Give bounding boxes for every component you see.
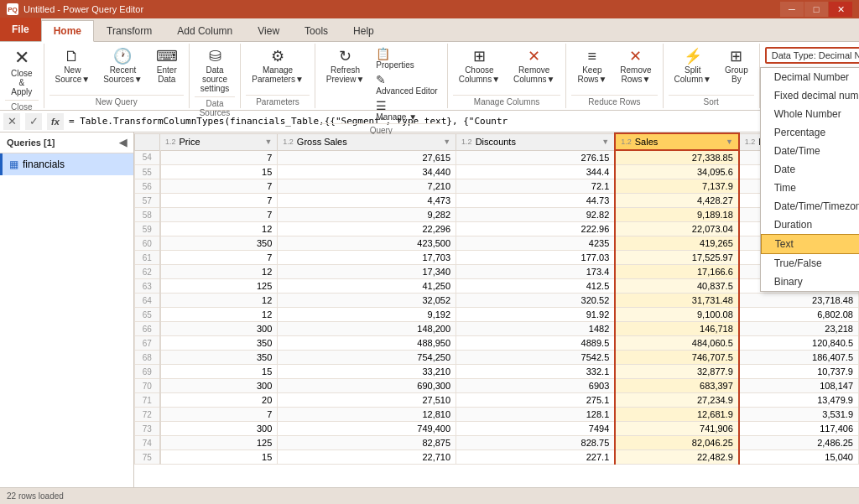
- split-column-button[interactable]: ⚡ SplitColumn▼: [669, 45, 717, 87]
- queries-collapse-button[interactable]: ◀: [119, 137, 127, 148]
- datatype-dropdown-button[interactable]: Data Type: Decimal Number ▼: [765, 47, 859, 64]
- recent-sources-button[interactable]: 🕐 RecentSources▼: [97, 45, 148, 87]
- cell-discounts: 828.75: [456, 436, 616, 450]
- table-row: 67 350 488,950 4889.5 484,060.5 120,840.…: [135, 336, 859, 351]
- row-number: 68: [135, 351, 160, 365]
- menu-item-percentage[interactable]: Percentage: [761, 123, 859, 142]
- menu-item-decimal[interactable]: Decimal Number: [761, 68, 859, 86]
- cell-price: 350: [160, 351, 278, 365]
- refresh-preview-button[interactable]: ↻ RefreshPreview▼: [320, 45, 370, 87]
- group-by-icon: ⊞: [730, 49, 742, 64]
- query-table-icon: ▦: [9, 158, 18, 170]
- cell-price: 300: [160, 322, 278, 336]
- menu-item-time[interactable]: Time: [761, 179, 859, 197]
- col-header-sales[interactable]: 1.2 Sales ▼: [615, 133, 739, 150]
- query-item-financials[interactable]: ▦ financials: [0, 153, 133, 175]
- ribbon-group-query: ↻ RefreshPreview▼ 📋Properties ✎Advanced …: [315, 44, 448, 108]
- cell-discounts: 222.96: [456, 222, 616, 236]
- query-item-label: financials: [23, 158, 65, 170]
- tab-add-column[interactable]: Add Column: [164, 20, 245, 42]
- tab-view[interactable]: View: [245, 20, 292, 42]
- tab-home[interactable]: Home: [41, 20, 94, 42]
- remove-columns-icon: ✕: [528, 49, 540, 64]
- data-grid: 1.2 Price ▼ 1.2 Gross Sales ▼: [134, 132, 859, 487]
- queries-count-label: Queries [1]: [7, 138, 55, 148]
- menu-item-duration[interactable]: Duration: [761, 216, 859, 234]
- table-row: 61 7 17,703 177.03 17,525.97 4,880.97: [135, 251, 859, 265]
- cell-price: 12: [160, 222, 278, 236]
- close-apply-label: Close &Apply: [11, 69, 33, 96]
- cell-price: 15: [160, 450, 278, 465]
- table-row: 64 12 32,052 320.52 31,731.48 23,718.48: [135, 294, 859, 308]
- manage-cols-items: ⊞ ChooseColumns▼ ✕ RemoveColumns▼: [453, 45, 561, 95]
- enter-data-button[interactable]: ⌨ EnterData: [150, 45, 184, 87]
- formula-input[interactable]: [69, 113, 856, 130]
- col-header-discounts[interactable]: 1.2 Discounts ▼: [456, 133, 616, 150]
- cell-gross-sales: 17,340: [278, 265, 456, 279]
- cell-gross-sales: 9,282: [278, 208, 456, 222]
- choose-columns-button[interactable]: ⊞ ChooseColumns▼: [453, 45, 506, 87]
- menu-item-fixed-decimal[interactable]: Fixed decimal number: [761, 86, 859, 105]
- row-number: 67: [135, 336, 160, 351]
- cell-profit: 108,147: [739, 379, 859, 393]
- maximize-btn[interactable]: □: [804, 2, 828, 17]
- remove-columns-button[interactable]: ✕ RemoveColumns▼: [508, 45, 560, 87]
- choose-columns-icon: ⊞: [473, 49, 486, 64]
- col-header-price[interactable]: 1.2 Price ▼: [160, 133, 278, 150]
- menu-item-datetimezone[interactable]: Date/Time/Timezone: [761, 197, 859, 216]
- manage-button[interactable]: ☰Manage ▼: [372, 97, 441, 123]
- menu-item-date[interactable]: Date: [761, 160, 859, 179]
- tab-file[interactable]: File: [0, 18, 41, 41]
- manage-parameters-button[interactable]: ⚙ ManageParameters▼: [246, 45, 310, 87]
- cell-discounts: 227.1: [456, 450, 616, 465]
- close-btn[interactable]: ✕: [829, 2, 852, 17]
- menu-item-truefalse[interactable]: True/False: [761, 254, 859, 273]
- confirm-formula-button[interactable]: ✓: [25, 113, 42, 130]
- close-apply-button[interactable]: ✕ Close &Apply: [5, 45, 39, 100]
- data-source-settings-button[interactable]: ⛁ Data sourcesettings: [195, 45, 235, 96]
- advanced-editor-icon: ✎: [376, 73, 386, 86]
- query-stack: 📋Properties ✎Advanced Editor ☰Manage ▼: [372, 45, 441, 123]
- cancel-formula-button[interactable]: ✕: [3, 113, 20, 130]
- remove-columns-label: RemoveColumns▼: [513, 65, 554, 84]
- remove-rows-button[interactable]: ✕ RemoveRows▼: [614, 45, 657, 87]
- menu-item-binary[interactable]: Binary: [761, 273, 859, 291]
- enter-data-label: EnterData: [157, 65, 177, 84]
- cell-discounts: 7494: [456, 422, 616, 436]
- cell-discounts: 4235: [456, 236, 616, 251]
- menu-item-datetime[interactable]: Date/Time: [761, 142, 859, 160]
- row-number: 55: [135, 165, 160, 179]
- table-row: 65 12 9,192 91.92 9,100.08 6,802.08: [135, 308, 859, 322]
- col-header-gross-sales[interactable]: 1.2 Gross Sales ▼: [278, 133, 456, 150]
- tab-transform[interactable]: Transform: [94, 20, 164, 42]
- cell-price: 7: [160, 208, 278, 222]
- row-number: 69: [135, 365, 160, 379]
- keep-rows-button[interactable]: ≡ KeepRows▼: [571, 45, 612, 87]
- group-by-button[interactable]: ⊞ GroupBy: [719, 45, 754, 87]
- ribbon-group-sort: ⚡ SplitColumn▼ ⊞ GroupBy Sort: [664, 44, 760, 108]
- new-query-label: New Query: [49, 95, 184, 108]
- cell-profit: 3,531.9: [739, 408, 859, 422]
- fx-button[interactable]: fx: [47, 113, 64, 130]
- refresh-label: RefreshPreview▼: [326, 65, 364, 84]
- new-source-button[interactable]: 🗋 NewSource▼: [49, 45, 96, 87]
- ribbon: ✕ Close &Apply Close 🗋 NewSource▼ 🕐 Rece…: [0, 42, 859, 111]
- sort-items: ⚡ SplitColumn▼ ⊞ GroupBy: [669, 45, 754, 95]
- cell-discounts: 128.1: [456, 408, 616, 422]
- table-row: 69 15 33,210 332.1 32,877.9 10,737.9: [135, 365, 859, 379]
- cell-sales: 22,482.9: [615, 450, 739, 465]
- parameters-label: Parameters: [246, 95, 310, 108]
- group-by-label: GroupBy: [725, 65, 748, 84]
- tab-tools[interactable]: Tools: [292, 20, 341, 42]
- advanced-editor-button[interactable]: ✎Advanced Editor: [372, 71, 441, 97]
- minimize-btn[interactable]: ─: [780, 2, 804, 17]
- tab-help[interactable]: Help: [341, 20, 387, 42]
- table-row: 55 15 34,440 344.4 34,095.6 11,135.6: [135, 165, 859, 179]
- reduce-rows-label: Reduce Rows: [571, 95, 657, 108]
- menu-item-text[interactable]: Text: [761, 234, 859, 254]
- menu-item-whole[interactable]: Whole Number: [761, 105, 859, 123]
- row-number: 65: [135, 308, 160, 322]
- row-number: 64: [135, 294, 160, 308]
- cell-sales: 741,906: [615, 422, 739, 436]
- properties-button[interactable]: 📋Properties: [372, 45, 441, 71]
